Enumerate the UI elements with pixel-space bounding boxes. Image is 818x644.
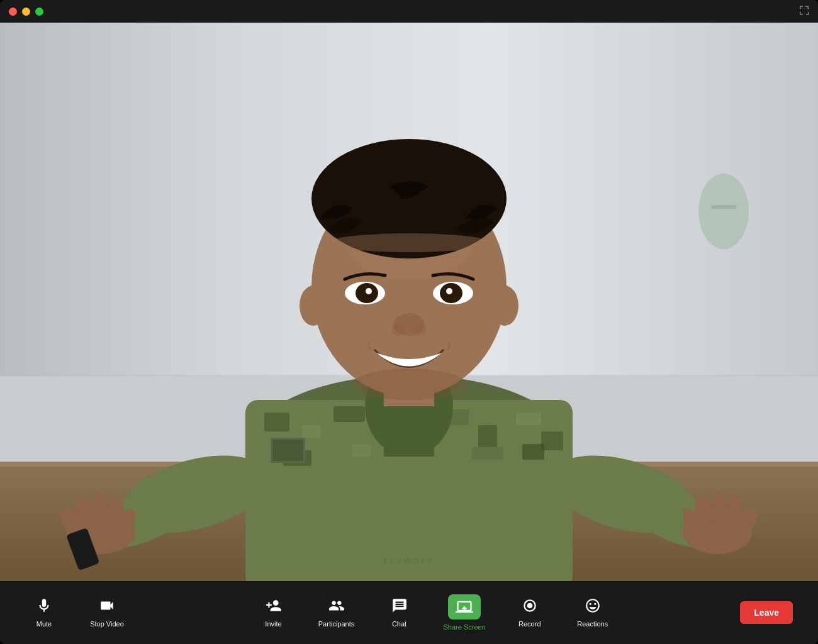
svg-point-54 xyxy=(446,288,452,294)
toolbar-center-group: Invite Participants Chat xyxy=(255,594,612,631)
chat-icon xyxy=(391,597,408,616)
mute-label: Mute xyxy=(36,620,52,628)
svg-rect-15 xyxy=(516,413,541,425)
fullscreen-button[interactable] xyxy=(799,6,809,18)
reactions-icon xyxy=(585,597,601,616)
svg-rect-10 xyxy=(302,425,321,438)
toolbar-left-group: Mute Stop Video xyxy=(25,597,126,628)
svg-point-47 xyxy=(390,170,428,240)
svg-rect-18 xyxy=(352,444,371,457)
share-screen-button[interactable]: Share Screen xyxy=(444,594,486,631)
mic-icon xyxy=(36,597,52,616)
participant-video: 2HYWDYP xyxy=(0,23,818,581)
mute-button[interactable]: Mute xyxy=(25,597,63,628)
invite-icon xyxy=(266,597,282,616)
reactions-button[interactable]: Reactions xyxy=(574,597,612,628)
svg-point-31 xyxy=(91,491,108,525)
video-call-window: 2HYWDYP Mute xyxy=(0,0,818,644)
video-icon xyxy=(98,597,116,616)
svg-rect-16 xyxy=(541,431,563,450)
stop-video-label: Stop Video xyxy=(90,620,124,628)
reactions-label: Reactions xyxy=(577,620,608,628)
svg-text:2HYWDYP: 2HYWDYP xyxy=(383,557,435,565)
svg-point-48 xyxy=(327,233,491,252)
traffic-lights xyxy=(9,8,43,16)
leave-button[interactable]: Leave xyxy=(740,601,793,624)
svg-rect-4 xyxy=(711,205,736,209)
svg-point-60 xyxy=(491,286,518,326)
record-icon xyxy=(522,597,538,616)
invite-label: Invite xyxy=(265,620,281,628)
share-screen-label: Share Screen xyxy=(444,623,486,631)
video-feed: 2HYWDYP xyxy=(0,23,818,581)
record-label: Record xyxy=(518,620,541,628)
toolbar: Mute Stop Video Invite xyxy=(0,581,818,644)
stop-video-button[interactable]: Stop Video xyxy=(88,597,126,628)
chat-label: Chat xyxy=(392,620,406,628)
svg-point-56 xyxy=(391,323,404,336)
record-button[interactable]: Record xyxy=(511,597,549,628)
maximize-button[interactable] xyxy=(35,8,43,16)
svg-rect-21 xyxy=(522,444,544,460)
svg-point-3 xyxy=(698,174,749,249)
toolbar-right-group: Leave xyxy=(740,601,793,624)
participants-label: Participants xyxy=(318,620,354,628)
svg-rect-11 xyxy=(333,406,365,422)
invite-button[interactable]: Invite xyxy=(255,597,293,628)
share-screen-icon-container xyxy=(448,594,481,619)
svg-point-59 xyxy=(300,286,327,326)
svg-rect-20 xyxy=(472,447,503,460)
svg-point-51 xyxy=(366,288,372,294)
svg-rect-9 xyxy=(264,413,289,431)
chat-button[interactable]: Chat xyxy=(381,597,418,628)
svg-point-63 xyxy=(527,603,532,609)
svg-point-58 xyxy=(352,369,466,400)
participants-button[interactable]: Participants xyxy=(318,597,356,628)
svg-rect-25 xyxy=(272,440,303,461)
svg-point-57 xyxy=(414,323,427,336)
svg-rect-14 xyxy=(478,425,497,447)
close-button[interactable] xyxy=(9,8,17,16)
minimize-button[interactable] xyxy=(22,8,30,16)
participants-icon xyxy=(328,597,345,616)
titlebar xyxy=(0,0,818,23)
svg-point-40 xyxy=(710,491,727,525)
